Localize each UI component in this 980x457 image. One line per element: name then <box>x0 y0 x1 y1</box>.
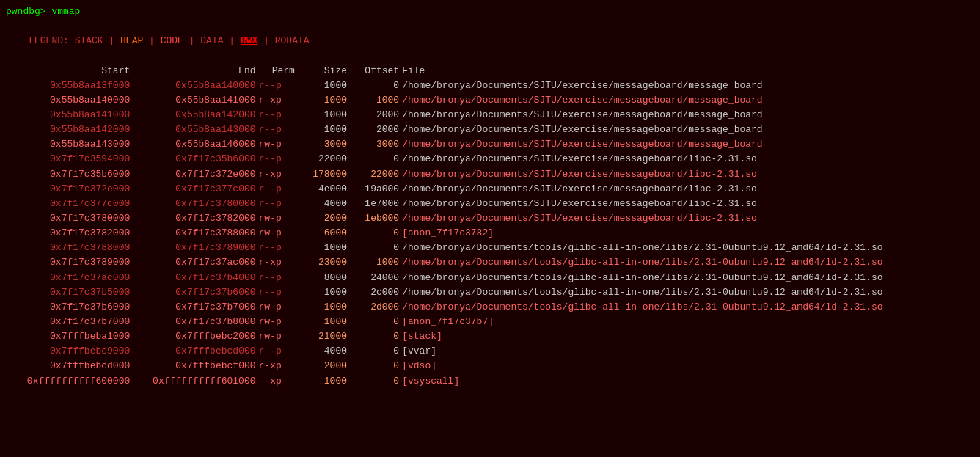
cell-start: 0x7f17c37b6000 <box>6 300 131 315</box>
cell-perm: r--p <box>257 285 296 300</box>
cell-end: 0x7f17c3780000 <box>131 197 257 211</box>
vmmap-table: Start End Perm Size Offset File 0x55b8aa… <box>6 64 974 389</box>
cell-size: 4000 <box>296 197 348 211</box>
cell-file: [anon_7f17c37b7] <box>401 315 974 329</box>
table-row: 0x7f17c37b7000 0x7f17c37b8000 rw-p 1000 … <box>6 315 974 329</box>
cell-size: 8000 <box>296 271 348 285</box>
table-row: 0x7f17c37b6000 0x7f17c37b7000 rw-p 1000 … <box>6 300 974 315</box>
cell-end: 0x7f17c377c000 <box>131 182 257 197</box>
cell-start: 0x7f17c3789000 <box>6 255 131 270</box>
cell-start: 0x7f17c3594000 <box>6 152 131 167</box>
table-row: 0x55b8aa141000 0x55b8aa142000 r--p 1000 … <box>6 108 974 123</box>
cell-file: [vdso] <box>401 359 974 373</box>
cell-size: 23000 <box>296 255 348 270</box>
cell-perm: r-xp <box>257 93 296 108</box>
cell-size: 2000 <box>296 359 348 373</box>
cell-file: /home/bronya/Documents/SJTU/exercise/mes… <box>401 137 974 152</box>
cell-size: 2000 <box>296 211 348 226</box>
cell-file: /home/bronya/Documents/tools/glibc-all-i… <box>401 285 974 300</box>
cell-offset: 22000 <box>348 167 401 182</box>
cell-start: 0x7f17c3780000 <box>6 211 131 226</box>
cell-perm: r--p <box>257 197 296 211</box>
cell-offset: 1eb000 <box>348 211 401 226</box>
cell-start: 0x7fffbebc9000 <box>6 344 131 359</box>
cell-end: 0x7f17c37b6000 <box>131 285 257 300</box>
cell-size: 6000 <box>296 226 348 241</box>
cell-file: /home/bronya/Documents/tools/glibc-all-i… <box>401 271 974 285</box>
cell-file: /home/bronya/Documents/tools/glibc-all-i… <box>401 241 974 255</box>
table-row: 0x7f17c377c000 0x7f17c3780000 r--p 4000 … <box>6 197 974 211</box>
cell-file: /home/bronya/Documents/SJTU/exercise/mes… <box>401 167 974 182</box>
cell-file: [vsyscall] <box>401 374 974 389</box>
prompt-line: pwndbg> vmmap <box>6 4 974 19</box>
legend-rwx: RWX <box>241 35 257 46</box>
cell-file: /home/bronya/Documents/SJTU/exercise/mes… <box>401 197 974 211</box>
legend-prefix: LEGEND: <box>29 35 74 46</box>
cell-start: 0x55b8aa142000 <box>6 123 131 137</box>
cell-start: 0x7f17c35b6000 <box>6 167 131 182</box>
cell-perm: r-xp <box>257 255 296 270</box>
cell-end: 0x7fffbebc2000 <box>131 329 257 344</box>
cell-start: 0x7f17c372e000 <box>6 182 131 197</box>
cell-start: 0x7f17c377c000 <box>6 197 131 211</box>
cell-size: 1000 <box>296 374 348 389</box>
table-row: 0x7f17c3780000 0x7f17c3782000 rw-p 2000 … <box>6 211 974 226</box>
cell-size: 1000 <box>296 123 348 137</box>
cell-end: 0x7f17c372e000 <box>131 167 257 182</box>
cell-offset: 0 <box>348 152 401 167</box>
header-file: File <box>401 64 974 78</box>
cell-start: 0x7f17c37b7000 <box>6 315 131 329</box>
cell-offset: 19a000 <box>348 182 401 197</box>
table-row: 0x7f17c35b6000 0x7f17c372e000 r-xp 17800… <box>6 167 974 182</box>
cell-offset: 0 <box>348 78 401 93</box>
table-row: 0x7f17c3782000 0x7f17c3788000 rw-p 6000 … <box>6 226 974 241</box>
table-header: Start End Perm Size Offset File <box>6 64 974 78</box>
cell-file: [anon_7f17c3782] <box>401 226 974 241</box>
cell-end: 0x7f17c3782000 <box>131 211 257 226</box>
cell-end: 0xffffffffff601000 <box>131 374 257 389</box>
cell-file: /home/bronya/Documents/tools/glibc-all-i… <box>401 255 974 270</box>
cell-start: 0x7f17c3782000 <box>6 226 131 241</box>
terminal-window: pwndbg> vmmap LEGEND: STACK | HEAP | COD… <box>6 4 974 389</box>
cell-size: 1000 <box>296 108 348 123</box>
table-row: 0x7f17c372e000 0x7f17c377c000 r--p 4e000… <box>6 182 974 197</box>
cell-offset: 0 <box>348 226 401 241</box>
table-row: 0x7fffbeba1000 0x7fffbebc2000 rw-p 21000… <box>6 329 974 344</box>
cell-offset: 1000 <box>348 93 401 108</box>
cell-file: /home/bronya/Documents/SJTU/exercise/mes… <box>401 211 974 226</box>
cell-end: 0x7f17c37b7000 <box>131 300 257 315</box>
cell-size: 21000 <box>296 329 348 344</box>
header-perm: Perm <box>257 64 296 78</box>
cell-perm: r-xp <box>257 167 296 182</box>
header-offset: Offset <box>348 64 401 78</box>
cell-perm: r--p <box>257 123 296 137</box>
cell-size: 1000 <box>296 241 348 255</box>
cell-end: 0x55b8aa140000 <box>131 78 257 93</box>
cell-size: 4e000 <box>296 182 348 197</box>
cell-end: 0x55b8aa143000 <box>131 123 257 137</box>
cell-file: [stack] <box>401 329 974 344</box>
cell-offset: 2000 <box>348 108 401 123</box>
legend-line: LEGEND: STACK | HEAP | CODE | DATA | RWX… <box>6 19 974 63</box>
cell-end: 0x55b8aa142000 <box>131 108 257 123</box>
cell-end: 0x7f17c37b8000 <box>131 315 257 329</box>
cell-start: 0x7fffbebcd000 <box>6 359 131 373</box>
cell-file: [vvar] <box>401 344 974 359</box>
cell-offset: 1e7000 <box>348 197 401 211</box>
table-row: 0x7fffbebcd000 0x7fffbebcf000 r-xp 2000 … <box>6 359 974 373</box>
legend-code: CODE <box>161 35 183 46</box>
legend-rodata: RODATA <box>275 35 310 46</box>
cell-start: 0x7f17c37b5000 <box>6 285 131 300</box>
table-row: 0x7f17c3788000 0x7f17c3789000 r--p 1000 … <box>6 241 974 255</box>
header-size: Size <box>296 64 348 78</box>
cell-offset: 2c000 <box>348 285 401 300</box>
cell-file: /home/bronya/Documents/tools/glibc-all-i… <box>401 300 974 315</box>
cell-size: 1000 <box>296 285 348 300</box>
legend-sep-5: | <box>257 35 274 46</box>
cell-end: 0x55b8aa146000 <box>131 137 257 152</box>
cell-start: 0x7f17c37ac000 <box>6 271 131 285</box>
cell-size: 178000 <box>296 167 348 182</box>
cell-perm: r--p <box>257 344 296 359</box>
cell-end: 0x7f17c37ac000 <box>131 255 257 270</box>
cell-size: 3000 <box>296 137 348 152</box>
